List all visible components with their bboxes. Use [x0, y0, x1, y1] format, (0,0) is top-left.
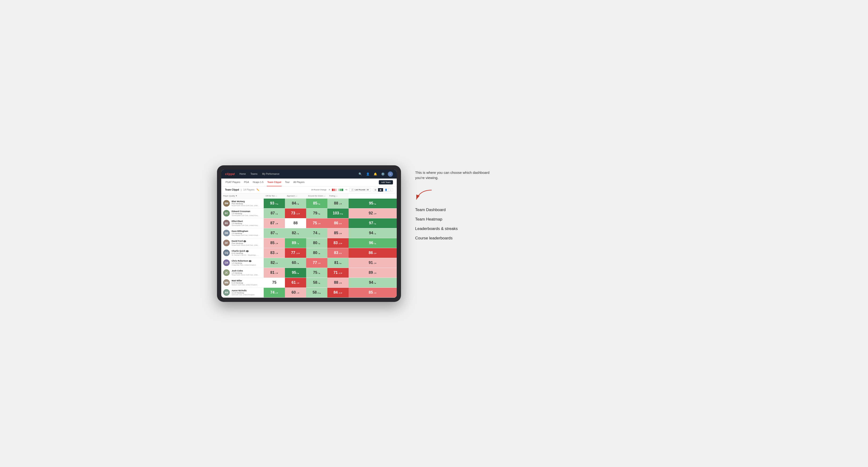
player-handicap: 1-5 Handicap — [231, 272, 262, 274]
player-cell-6[interactable]: CR Chris Robertson ✓ 1-5 Handicap Craigm… — [221, 258, 264, 268]
nav-my-performance[interactable]: My Performance — [261, 172, 280, 176]
approach-cell-6: 77 -3▼ — [306, 258, 328, 268]
metric-change: -4▼ — [373, 292, 377, 294]
approach-cell-4: 80 3▲ — [306, 238, 328, 248]
metric-value: 60 2▲ — [286, 261, 305, 265]
menu-option-leaderboards[interactable]: Leaderboards & streaks — [415, 226, 651, 231]
edit-icon[interactable]: ✏️ — [256, 188, 259, 191]
metric-change: -2▼ — [339, 282, 342, 284]
metric-value: 81 4▲ — [328, 261, 348, 265]
settings-icon[interactable]: ⚙️ — [380, 172, 385, 177]
col-putting[interactable]: Putting — — [328, 193, 349, 198]
player-avatar: EE — [223, 220, 230, 226]
col-around-green[interactable]: Around the Green — — [306, 193, 328, 198]
player-cell-0[interactable]: BM Blair McHarg Plus Handicap Royal Nort… — [221, 198, 264, 208]
menu-option-team-heatmap[interactable]: Team Heatmap — [415, 217, 651, 222]
metric-number: 61 — [291, 280, 296, 285]
view-grid-btn[interactable]: ⊞ — [373, 188, 378, 191]
metric-change: 2▲ — [297, 262, 299, 264]
view-toggle: ⊞ ▦ 👤 ↓ — [373, 188, 393, 192]
tab-pga[interactable]: PGA — [243, 178, 249, 186]
search-icon[interactable]: 🔍 — [358, 172, 363, 177]
view-person-btn[interactable]: 👤 — [383, 188, 389, 191]
user-icon[interactable]: 👤 — [365, 172, 370, 177]
nav-home[interactable]: Home — [239, 172, 247, 176]
player-cell-7[interactable]: JC Josh Coles 1-5 Handicap Royal North D… — [221, 268, 264, 278]
tab-team-clippd[interactable]: Team Clippd — [267, 178, 282, 186]
player-cell-4[interactable]: DF David Ford ✓ Plus Handicap Royal Nort… — [221, 238, 264, 248]
player-club: Woburn Golf Club, United Kingdom — [231, 284, 260, 286]
metric-value: 84 -21▼ — [328, 290, 348, 294]
metric-number: 96 — [369, 241, 373, 245]
tab-all-players[interactable]: All Players — [293, 178, 305, 186]
metric-value: 77 -3▼ — [307, 261, 327, 265]
metric-value: 91 -3▼ — [349, 261, 396, 265]
tab-hcaps[interactable]: Hcaps 1-5 — [252, 178, 264, 186]
metric-number: 84 — [292, 201, 296, 206]
approach-cell-5: 80 1▲ — [306, 248, 328, 258]
metric-number: 74 — [270, 290, 275, 294]
nav-teams[interactable]: Teams — [250, 172, 258, 176]
table-container[interactable]: Player Quality ▼ Off the Tee — Approach … — [221, 193, 397, 298]
last-rounds-button[interactable]: ⬜ Last Rounds: 20 — [349, 188, 371, 191]
view-download-btn[interactable]: ↓ — [389, 188, 393, 191]
metric-change: -3▼ — [373, 262, 377, 264]
player-info: Dave Billingham 1-5 Handicap Gog Magog G… — [231, 230, 262, 236]
player-cell-1[interactable]: EC Edward Crossman 1-5 Handicap Sunningd… — [221, 208, 264, 218]
player-name: Blair McHarg — [231, 200, 262, 203]
menu-option-team-dashboard[interactable]: Team Dashboard — [415, 208, 651, 212]
player-cell-8[interactable]: MM Matt Miller 6-10 Handicap Woburn Golf… — [221, 278, 264, 287]
metric-number: 73 — [291, 211, 295, 215]
around-green-cell-1: 103 15▲ — [328, 208, 349, 218]
view-table-btn[interactable]: ▦ — [378, 188, 383, 191]
player-info: Charlie Quick ✓ 6-10 Handicap St. George… — [231, 250, 262, 256]
tab-tour[interactable]: Tour — [284, 178, 290, 186]
metric-number: 79 — [313, 211, 317, 215]
player-name: Elliot Ebert — [231, 220, 262, 222]
player-cell-3[interactable]: DB Dave Billingham 1-5 Handicap Gog Mago… — [221, 228, 264, 238]
annotation-text: This is where you can choose which dashb… — [415, 170, 491, 181]
metric-change: -6▼ — [339, 252, 342, 254]
putting-cell-0: 95 9▲ — [349, 198, 397, 208]
metric-number: 89 — [292, 241, 296, 245]
metric-number: 88 — [334, 280, 338, 285]
approach-cell-1: 79 9▲ — [306, 208, 328, 218]
metric-value: 83 -6▼ — [328, 251, 348, 255]
player-info: Josh Coles 1-5 Handicap Royal North Devo… — [231, 270, 262, 276]
tablet-device: clippd Home Teams My Performance 🔍 👤 🔔 ⚙… — [217, 165, 401, 302]
metric-value: 86 -8▼ — [349, 251, 396, 255]
col-approach[interactable]: Approach — — [285, 193, 306, 198]
bell-icon[interactable]: 🔔 — [373, 172, 378, 177]
metric-change: -3▼ — [275, 252, 278, 254]
metric-number: 88 — [334, 201, 338, 206]
metric-change: -3▼ — [317, 223, 321, 225]
add-team-button[interactable]: Add Team — [379, 180, 393, 184]
metric-value: 96 3▲ — [349, 241, 396, 245]
metric-change: -3▼ — [317, 262, 321, 264]
metric-change: -8▼ — [373, 252, 377, 254]
approach-cell-0: 85 8▲ — [306, 198, 328, 208]
top-navigation: clippd Home Teams My Performance 🔍 👤 🔔 ⚙… — [221, 169, 397, 179]
player-cell-5[interactable]: CQ Charlie Quick ✓ 6-10 Handicap St. Geo… — [221, 248, 264, 258]
off-tee-cell-5: 77 -14▼ — [285, 248, 306, 258]
player-avatar: DB — [223, 230, 230, 236]
menu-option-course-leaderboards[interactable]: Course leaderboards — [415, 236, 651, 241]
user-avatar[interactable]: U — [388, 172, 393, 177]
tab-pgat-players[interactable]: PGAT Players — [225, 178, 241, 186]
off-tee-cell-9: 60 -1▼ — [285, 287, 306, 298]
metric-change: -3▼ — [373, 213, 377, 215]
player-quality-cell-0: 93 +9▲ — [264, 198, 285, 208]
metric-number: 75 — [313, 271, 317, 275]
metric-number: 97 — [369, 221, 373, 225]
player-quality-cell-9: 74 -8▼ — [264, 287, 285, 298]
team-name: Team Clippd — [225, 188, 239, 191]
metric-change: -21▼ — [338, 292, 342, 294]
metric-value: 80 1▲ — [307, 251, 327, 255]
col-off-tee[interactable]: Off the Tee — — [264, 193, 285, 198]
player-cell-2[interactable]: EE Elliot Ebert 1-5 Handicap Sunningdale… — [221, 218, 264, 228]
player-cell-9[interactable]: AN Aaron Nicholls 11-15 Handicap Drift G… — [221, 287, 264, 298]
col-player[interactable]: Player Quality ▼ — [221, 193, 264, 198]
metric-number: 95 — [369, 201, 373, 206]
metric-value: 71 -11▼ — [328, 271, 348, 275]
metric-change: 4▲ — [318, 282, 320, 284]
